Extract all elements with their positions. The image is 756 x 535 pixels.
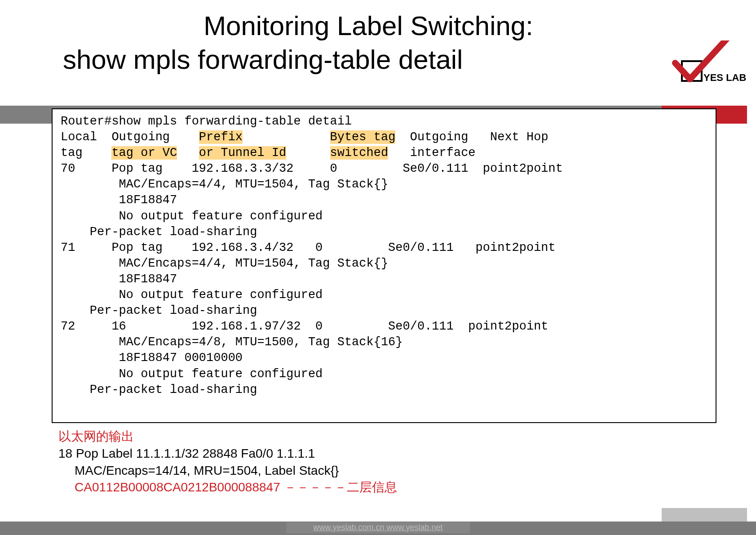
logo-text: YES LAB [703,72,746,83]
notes-hex: CA0112B00008CA0212B000088847 －－－－－二层信息 [58,479,687,496]
slide-title: Monitoring Label Switching: show mpls fo… [54,9,683,76]
row-1-l2: MAC/Encaps=4/4, MTU=1504, Tag Stack{} [61,257,388,270]
row-2-l1: 72 16 192.168.1.97/32 0 Se0/0.111 point2… [61,320,548,333]
row-2-l2: MAC/Encaps=4/8, MTU=1500, Tag Stack{16} [61,335,403,349]
row-0-l5: Per-packet load-sharing [61,225,257,239]
hdr-nexthop: Next Hop [490,130,548,144]
hdr-prefix: Prefix [199,130,243,144]
decor-gray-bar-left [0,106,52,124]
row-1-l3: 18F18847 [61,272,177,286]
hdr-local: Local [61,130,97,144]
row-0-l1: 70 Pop tag 192.168.3.3/32 0 Se0/0.111 po… [61,162,563,175]
hdr-interface: interface [410,146,476,160]
row-2-l5: Per-packet load-sharing [61,383,257,397]
row-2-l3: 18F18847 00010000 [61,351,243,365]
row-1-l5: Per-packet load-sharing [61,304,257,317]
terminal-output: Router#show mpls forwarding-table detail… [52,108,716,423]
title-line-2: show mpls forwarding-table detail [63,43,683,76]
footer-text: www.yeslab.com.cn www.yeslab.net [286,522,469,533]
term-cmd: Router#show mpls forwarding-table detail [61,115,352,128]
logo-svg: YES LAB [644,40,747,94]
title-line-1: Monitoring Label Switching: [54,9,683,43]
notes-encaps: MAC/Encaps=14/14, MRU=1504, Label Stack{… [58,462,687,479]
decor-footer-light [662,508,747,522]
hdr-tagvc: tag or VC [111,146,177,160]
row-0-l4: No output feature configured [61,210,323,223]
hdr-bytes: Bytes tag [330,130,396,144]
ethernet-notes: 以太网的输出 18 Pop Label 11.1.1.1/32 28848 Fa… [58,428,687,496]
hdr-outif: Outgoing [410,130,469,144]
hdr-outgoing: Outgoing [111,130,170,144]
yeslab-logo: YES LAB [644,40,747,94]
notes-row: 18 Pop Label 11.1.1.1/32 28848 Fa0/0 1.1… [58,445,687,462]
row-1-l4: No output feature configured [61,288,323,302]
footer-bar: www.yeslab.com.cn www.yeslab.net [0,522,756,535]
row-2-l4: No output feature configured [61,367,323,381]
hdr-tunnel: or Tunnel Id [199,146,286,160]
row-0-l2: MAC/Encaps=4/4, MTU=1504, Tag Stack{} [61,178,388,191]
hdr-tag: tag [61,146,83,160]
notes-title: 以太网的输出 [58,428,687,445]
hdr-switched: switched [330,146,389,160]
row-0-l3: 18F18847 [61,193,177,207]
row-1-l1: 71 Pop tag 192.168.3.4/32 0 Se0/0.111 po… [61,241,556,254]
